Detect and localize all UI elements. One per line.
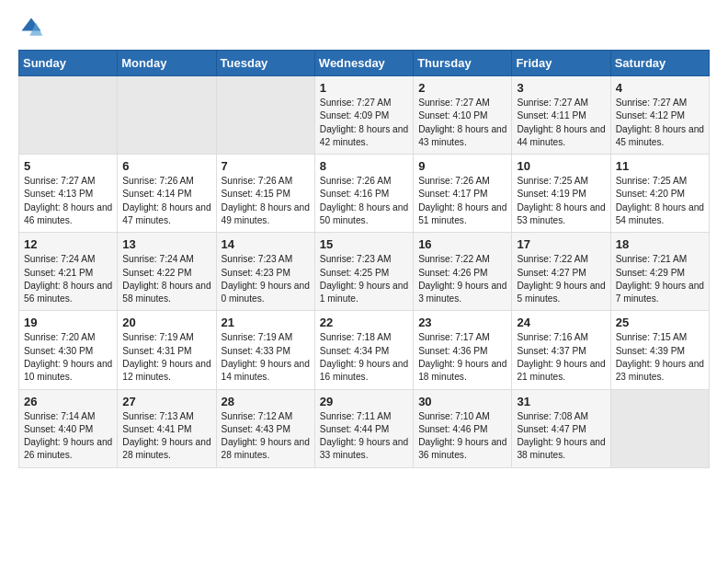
day-number: 6 xyxy=(122,159,210,173)
calendar-cell: 21Sunrise: 7:19 AM Sunset: 4:33 PM Dayli… xyxy=(216,311,314,389)
day-info: Sunrise: 7:23 AM Sunset: 4:25 PM Dayligh… xyxy=(320,253,408,305)
calendar-cell: 24Sunrise: 7:16 AM Sunset: 4:37 PM Dayli… xyxy=(512,311,610,389)
day-info: Sunrise: 7:22 AM Sunset: 4:27 PM Dayligh… xyxy=(517,253,605,305)
day-number: 4 xyxy=(616,81,704,95)
day-number: 8 xyxy=(320,159,408,173)
day-number: 7 xyxy=(222,159,310,173)
calendar-cell: 9Sunrise: 7:26 AM Sunset: 4:17 PM Daylig… xyxy=(414,155,512,233)
calendar-cell xyxy=(19,76,118,155)
calendar-cell: 14Sunrise: 7:23 AM Sunset: 4:23 PM Dayli… xyxy=(216,233,314,311)
day-number: 17 xyxy=(517,237,605,251)
page: SundayMondayTuesdayWednesdayThursdayFrid… xyxy=(0,0,728,483)
calendar-cell: 3Sunrise: 7:27 AM Sunset: 4:11 PM Daylig… xyxy=(512,76,610,155)
weekday-header-friday: Friday xyxy=(512,51,610,76)
day-info: Sunrise: 7:14 AM Sunset: 4:40 PM Dayligh… xyxy=(24,410,112,463)
day-info: Sunrise: 7:26 AM Sunset: 4:15 PM Dayligh… xyxy=(222,175,310,227)
day-info: Sunrise: 7:27 AM Sunset: 4:13 PM Dayligh… xyxy=(24,175,112,227)
day-info: Sunrise: 7:17 AM Sunset: 4:36 PM Dayligh… xyxy=(418,331,506,384)
day-info: Sunrise: 7:18 AM Sunset: 4:34 PM Dayligh… xyxy=(320,331,408,384)
calendar-cell: 25Sunrise: 7:15 AM Sunset: 4:39 PM Dayli… xyxy=(610,311,709,389)
day-info: Sunrise: 7:22 AM Sunset: 4:26 PM Dayligh… xyxy=(418,253,506,305)
calendar-cell: 10Sunrise: 7:25 AM Sunset: 4:19 PM Dayli… xyxy=(512,155,610,233)
week-row-2: 5Sunrise: 7:27 AM Sunset: 4:13 PM Daylig… xyxy=(19,155,710,233)
day-number: 14 xyxy=(222,237,310,251)
day-number: 10 xyxy=(517,159,605,173)
day-number: 26 xyxy=(24,395,112,408)
calendar-cell: 5Sunrise: 7:27 AM Sunset: 4:13 PM Daylig… xyxy=(19,155,118,233)
calendar-cell: 13Sunrise: 7:24 AM Sunset: 4:22 PM Dayli… xyxy=(118,233,216,311)
logo-icon xyxy=(18,15,44,40)
day-info: Sunrise: 7:27 AM Sunset: 4:12 PM Dayligh… xyxy=(616,97,704,149)
day-number: 28 xyxy=(222,395,310,408)
day-number: 23 xyxy=(418,316,506,329)
day-info: Sunrise: 7:25 AM Sunset: 4:20 PM Dayligh… xyxy=(616,175,704,227)
week-row-3: 12Sunrise: 7:24 AM Sunset: 4:21 PM Dayli… xyxy=(19,233,710,311)
calendar-cell: 11Sunrise: 7:25 AM Sunset: 4:20 PM Dayli… xyxy=(610,155,709,233)
day-number: 29 xyxy=(320,395,408,408)
day-number: 13 xyxy=(122,237,210,251)
day-number: 11 xyxy=(616,159,704,173)
calendar-cell: 7Sunrise: 7:26 AM Sunset: 4:15 PM Daylig… xyxy=(216,155,314,233)
day-number: 2 xyxy=(418,81,506,95)
day-number: 16 xyxy=(418,237,506,251)
day-info: Sunrise: 7:11 AM Sunset: 4:44 PM Dayligh… xyxy=(320,410,408,463)
weekday-header-wednesday: Wednesday xyxy=(314,51,413,76)
day-number: 31 xyxy=(517,395,605,408)
calendar-cell: 22Sunrise: 7:18 AM Sunset: 4:34 PM Dayli… xyxy=(314,311,413,389)
calendar-cell xyxy=(216,76,314,155)
day-info: Sunrise: 7:25 AM Sunset: 4:19 PM Dayligh… xyxy=(517,175,605,227)
weekday-header-sunday: Sunday xyxy=(19,51,118,76)
day-number: 5 xyxy=(24,159,112,173)
day-info: Sunrise: 7:26 AM Sunset: 4:14 PM Dayligh… xyxy=(122,175,210,227)
week-row-4: 19Sunrise: 7:20 AM Sunset: 4:30 PM Dayli… xyxy=(19,311,710,389)
day-info: Sunrise: 7:10 AM Sunset: 4:46 PM Dayligh… xyxy=(418,410,506,463)
day-info: Sunrise: 7:08 AM Sunset: 4:47 PM Dayligh… xyxy=(517,410,605,463)
weekday-header-row: SundayMondayTuesdayWednesdayThursdayFrid… xyxy=(19,51,710,76)
week-row-1: 1Sunrise: 7:27 AM Sunset: 4:09 PM Daylig… xyxy=(19,76,710,155)
calendar-cell: 26Sunrise: 7:14 AM Sunset: 4:40 PM Dayli… xyxy=(19,389,118,467)
calendar-cell: 23Sunrise: 7:17 AM Sunset: 4:36 PM Dayli… xyxy=(414,311,512,389)
calendar-cell: 19Sunrise: 7:20 AM Sunset: 4:30 PM Dayli… xyxy=(19,311,118,389)
calendar-cell: 20Sunrise: 7:19 AM Sunset: 4:31 PM Dayli… xyxy=(118,311,216,389)
calendar-cell: 18Sunrise: 7:21 AM Sunset: 4:29 PM Dayli… xyxy=(610,233,709,311)
calendar-cell xyxy=(118,76,216,155)
day-number: 30 xyxy=(418,395,506,408)
day-number: 1 xyxy=(320,81,408,95)
day-info: Sunrise: 7:27 AM Sunset: 4:11 PM Dayligh… xyxy=(517,97,605,149)
calendar-cell xyxy=(610,389,709,467)
weekday-header-saturday: Saturday xyxy=(610,51,709,76)
calendar-cell: 6Sunrise: 7:26 AM Sunset: 4:14 PM Daylig… xyxy=(118,155,216,233)
calendar-table: SundayMondayTuesdayWednesdayThursdayFrid… xyxy=(18,50,710,468)
day-number: 24 xyxy=(517,316,605,329)
day-info: Sunrise: 7:21 AM Sunset: 4:29 PM Dayligh… xyxy=(616,253,704,305)
calendar-cell: 4Sunrise: 7:27 AM Sunset: 4:12 PM Daylig… xyxy=(610,76,709,155)
calendar-cell: 17Sunrise: 7:22 AM Sunset: 4:27 PM Dayli… xyxy=(512,233,610,311)
day-info: Sunrise: 7:26 AM Sunset: 4:16 PM Dayligh… xyxy=(320,175,408,227)
day-number: 19 xyxy=(24,316,112,329)
calendar-cell: 27Sunrise: 7:13 AM Sunset: 4:41 PM Dayli… xyxy=(118,389,216,467)
day-info: Sunrise: 7:20 AM Sunset: 4:30 PM Dayligh… xyxy=(24,331,112,384)
weekday-header-thursday: Thursday xyxy=(414,51,512,76)
day-info: Sunrise: 7:13 AM Sunset: 4:41 PM Dayligh… xyxy=(122,410,210,463)
header xyxy=(18,15,710,40)
calendar-cell: 12Sunrise: 7:24 AM Sunset: 4:21 PM Dayli… xyxy=(19,233,118,311)
calendar-cell: 15Sunrise: 7:23 AM Sunset: 4:25 PM Dayli… xyxy=(314,233,413,311)
day-info: Sunrise: 7:24 AM Sunset: 4:22 PM Dayligh… xyxy=(122,253,210,305)
day-info: Sunrise: 7:24 AM Sunset: 4:21 PM Dayligh… xyxy=(24,253,112,305)
day-number: 25 xyxy=(616,316,704,329)
calendar-cell: 16Sunrise: 7:22 AM Sunset: 4:26 PM Dayli… xyxy=(414,233,512,311)
day-number: 12 xyxy=(24,237,112,251)
calendar-cell: 30Sunrise: 7:10 AM Sunset: 4:46 PM Dayli… xyxy=(414,389,512,467)
day-info: Sunrise: 7:19 AM Sunset: 4:31 PM Dayligh… xyxy=(122,331,210,384)
day-number: 9 xyxy=(418,159,506,173)
day-info: Sunrise: 7:27 AM Sunset: 4:10 PM Dayligh… xyxy=(418,97,506,149)
logo xyxy=(18,15,48,40)
day-number: 18 xyxy=(616,237,704,251)
weekday-header-tuesday: Tuesday xyxy=(216,51,314,76)
day-info: Sunrise: 7:26 AM Sunset: 4:17 PM Dayligh… xyxy=(418,175,506,227)
calendar-cell: 28Sunrise: 7:12 AM Sunset: 4:43 PM Dayli… xyxy=(216,389,314,467)
day-number: 3 xyxy=(517,81,605,95)
calendar-cell: 8Sunrise: 7:26 AM Sunset: 4:16 PM Daylig… xyxy=(314,155,413,233)
calendar-cell: 2Sunrise: 7:27 AM Sunset: 4:10 PM Daylig… xyxy=(414,76,512,155)
weekday-header-monday: Monday xyxy=(118,51,216,76)
